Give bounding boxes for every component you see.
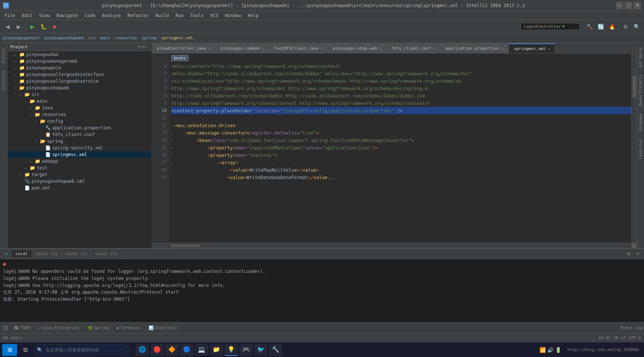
back-button[interactable]: ◀ <box>2 22 13 32</box>
sync-button[interactable]: ⟳ <box>138 44 141 49</box>
tree-item-pinyougoushopweb[interactable]: ▾📂pinyougoushopweb <box>7 85 152 91</box>
menu-item-window[interactable]: Window <box>222 12 244 19</box>
breadcrumb-item-src[interactable]: src <box>89 36 96 40</box>
structure-panel-label[interactable]: Structure <box>1 67 6 93</box>
database-label[interactable]: Database <box>638 110 643 134</box>
tree-item-pom-xml[interactable]: 📄pom.xml <box>7 185 152 191</box>
minimize-button[interactable]: ─ <box>616 2 623 9</box>
footer-tab-statistic[interactable]: 📊Statistic <box>145 324 181 333</box>
menu-item-help[interactable]: Help <box>245 12 262 19</box>
footer-tab-todo[interactable]: 6TODO <box>10 324 34 333</box>
tree-item-application-properties[interactable]: 🔧application.properties <box>7 125 152 131</box>
tree-item-test[interactable]: ▸📁test <box>7 165 152 171</box>
maximize-button[interactable]: □ <box>625 2 632 9</box>
taskbar-tool[interactable]: 🔧 <box>269 344 282 356</box>
tray-volume-icon[interactable]: 🔊 <box>547 347 554 353</box>
add-terminal-button[interactable]: + <box>2 250 10 258</box>
menu-item-edit[interactable]: Edit <box>19 12 36 19</box>
tree-item-java[interactable]: ▸📁java <box>7 105 152 111</box>
breadcrumb-item-pinyougouparent[interactable]: pinyougouparent <box>3 36 40 40</box>
taskbar-blue[interactable]: 🔵 <box>180 344 193 356</box>
event-log-label[interactable]: Event Log <box>620 325 643 330</box>
tree-item-spring-security-xml[interactable]: 📄spring-security.xml <box>7 145 152 151</box>
taskbar-bird[interactable]: 🐦 <box>254 344 268 356</box>
taskbar-idea[interactable]: 💡 <box>225 344 238 356</box>
editor-tab-FastDFSClient-java[interactable]: FastDFSClient.java✕ <box>269 43 328 53</box>
editor-tab-application-properties[interactable]: application.properties✕ <box>440 43 509 53</box>
taskbar-computer[interactable]: 💻 <box>195 344 208 356</box>
menu-item-file[interactable]: File <box>1 12 18 19</box>
tab-close-button[interactable]: ✕ <box>432 46 436 50</box>
editor-tab-pinyougou-common[interactable]: pinyougou-common✕ <box>215 43 269 53</box>
breadcrumb-item-resources[interactable]: resources <box>115 36 137 40</box>
tree-item-pinyougoupojo[interactable]: ▸📁pinyougoupojo <box>7 65 152 71</box>
fold-arrow-icon[interactable]: ▾ <box>171 168 173 172</box>
run-button[interactable]: ▶ <box>27 22 37 32</box>
tab-close-button[interactable]: ✕ <box>501 46 505 50</box>
tray-network-icon[interactable]: 📶 <box>540 347 546 353</box>
scroll-thumb[interactable] <box>633 76 636 98</box>
collapse-sidebar-button[interactable]: − <box>146 44 149 49</box>
fold-arrow-icon[interactable]: ▾ <box>171 131 173 135</box>
restart-button[interactable]: 🔄 <box>595 22 606 32</box>
taskbar-chrome[interactable]: 🌐 <box>136 344 149 356</box>
tree-item-resources[interactable]: ▾📂resources <box>7 111 152 118</box>
terminal-tab-Local-2[interactable]: Local (2) <box>62 251 92 257</box>
vertical-scrollbar[interactable] <box>631 53 637 243</box>
tree-item-pinyougoushopweb-iml[interactable]: 📎pinyougoushopweb.iml <box>7 178 152 185</box>
taskbar-search-input[interactable] <box>33 344 130 356</box>
ant-build-label[interactable]: Ant Build <box>638 44 643 70</box>
run-configuration[interactable]: LoginController ▼ <box>521 23 580 30</box>
configure-sidebar-button[interactable]: ⚙ <box>142 44 146 49</box>
footer-tab-spring[interactable]: 🌿Spring <box>84 324 113 333</box>
fold-arrow-icon[interactable]: ▾ <box>171 153 173 157</box>
h-scroll-thumb[interactable] <box>170 244 200 247</box>
start-button[interactable]: ⊞ <box>2 344 17 356</box>
tree-item-pinyougousellergoodsservice[interactable]: ▸📁pinyougousellergoodsservice <box>7 78 152 85</box>
tree-item-config[interactable]: ▾📂config <box>7 118 152 125</box>
build-button[interactable]: 🔨 <box>584 22 595 32</box>
fold-arrow-icon[interactable]: ▾ <box>171 123 173 128</box>
hot-swap-button[interactable]: 🔥 <box>607 22 617 32</box>
editor-tab-springmvc-xml[interactable]: springmvc.xml✕ <box>509 43 555 53</box>
breadcrumb-item-main[interactable]: main <box>100 36 110 40</box>
tree-item-spring[interactable]: ▾📂spring <box>7 138 152 145</box>
terminal-tab-Local-3[interactable]: Local (3) <box>92 251 122 257</box>
code-editor[interactable]: beans 45678910111213141516171819 xmlns:c… <box>152 53 637 243</box>
tab-close-button[interactable]: ✕ <box>320 46 324 50</box>
taskbar-game[interactable]: 🎮 <box>239 344 253 356</box>
maven-projects-label[interactable]: Maven Projects <box>638 72 643 109</box>
favorites-label[interactable]: Favorites <box>638 136 643 162</box>
menu-item-view[interactable]: View <box>36 12 53 19</box>
taskbar-orange[interactable]: 🔶 <box>165 344 179 356</box>
menu-item-vcs[interactable]: VCS <box>208 12 222 19</box>
tree-item-src[interactable]: ▾📂src <box>7 91 152 98</box>
breadcrumb-item-spring[interactable]: spring <box>142 36 156 40</box>
code-content[interactable]: xmlns:context="http://www.springframewor… <box>170 53 631 243</box>
taskbar-folder[interactable]: 📁 <box>210 344 223 356</box>
editor-tab-pinyougou-shop-web[interactable]: pinyougou-shop-web✕ <box>328 43 386 53</box>
tray-battery-icon[interactable]: 🔋 <box>555 347 561 353</box>
task-view-button[interactable]: ⧉ <box>19 344 32 356</box>
tab-close-button[interactable]: ✕ <box>208 46 211 50</box>
stop-button[interactable]: ■ <box>49 22 60 32</box>
tree-item-springmvc-xml[interactable]: 📄springmvc.xml <box>7 151 152 158</box>
tab-close-button[interactable]: ✕ <box>261 46 265 50</box>
tree-item-fdfs_client-conf[interactable]: 📋fdfs_client.conf <box>7 131 152 138</box>
expand-footer-button[interactable]: ⊡ <box>1 324 9 331</box>
scroll-corner[interactable]: ⊞ <box>631 243 637 248</box>
menu-item-build[interactable]: Build <box>153 12 172 19</box>
tab-close-button[interactable]: ✕ <box>379 46 382 50</box>
menu-item-refactor[interactable]: Refactor <box>125 12 152 19</box>
terminal-settings-button[interactable]: ⚙ <box>625 250 633 258</box>
menu-item-tools[interactable]: Tools <box>187 12 207 19</box>
footer-tab-terminal[interactable]: ▶Terminal <box>113 324 144 333</box>
menu-item-analyze[interactable]: Analyze <box>99 12 124 19</box>
tree-item-pinyougoudao[interactable]: ▸📁pinyougoudao <box>7 51 152 58</box>
menu-item-navigate[interactable]: Navigate <box>54 12 81 19</box>
horizontal-scrollbar[interactable]: ⊞ <box>152 243 637 248</box>
tree-item-target[interactable]: ▸📁target <box>7 171 152 178</box>
search-everywhere-button[interactable]: 🔍 <box>631 22 642 32</box>
tree-item-webapp[interactable]: ▸📁webapp <box>7 158 152 165</box>
close-button[interactable]: ✕ <box>634 2 641 9</box>
